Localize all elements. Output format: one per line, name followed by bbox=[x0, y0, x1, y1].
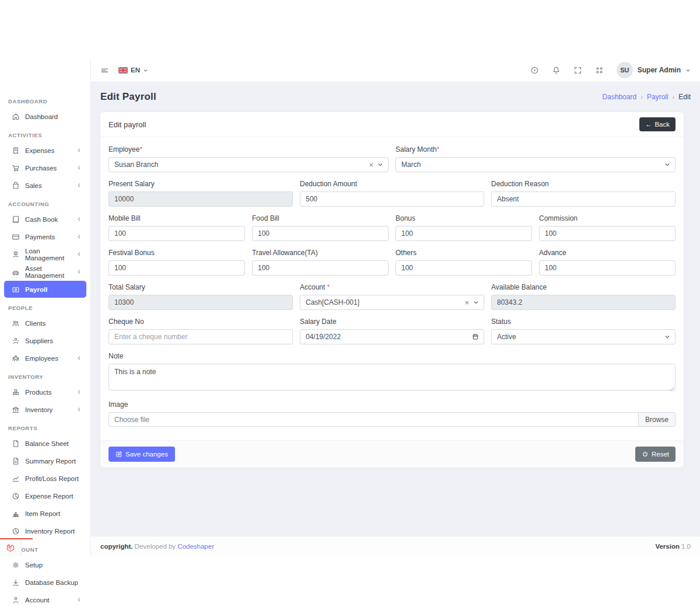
food-bill-label: Food Bill bbox=[252, 214, 388, 222]
commission-input[interactable] bbox=[539, 226, 676, 241]
employee-select[interactable]: Susan Branch× bbox=[108, 157, 388, 172]
fullscreen-icon[interactable] bbox=[573, 66, 582, 75]
sidebar-item-label: Clients bbox=[25, 320, 46, 327]
sidebar-item-summary-report[interactable]: Summary Report bbox=[4, 452, 86, 469]
bonus-input[interactable] bbox=[396, 226, 532, 241]
food-bill-input[interactable] bbox=[252, 226, 388, 241]
sidebar-item-asset-management[interactable]: Asset Management bbox=[4, 263, 86, 280]
cart-icon bbox=[12, 164, 20, 172]
sidebar-nav: DashboardDashboardActivitiesExpensesPurc… bbox=[0, 98, 90, 608]
bell-icon[interactable] bbox=[552, 66, 561, 75]
sidebar-item-suppliers[interactable]: Suppliers bbox=[4, 332, 86, 349]
browse-button[interactable]: Browse bbox=[638, 413, 675, 426]
download-icon bbox=[12, 578, 20, 587]
sidebar-item-purchases[interactable]: Purchases bbox=[4, 159, 86, 176]
clear-icon[interactable]: × bbox=[464, 299, 469, 306]
image-file-input[interactable]: Choose fileBrowse bbox=[108, 412, 676, 427]
sidebar-item-label: Database Backup bbox=[25, 579, 78, 586]
chevron-down-icon bbox=[143, 68, 148, 73]
sidebar-item-sales[interactable]: Sales bbox=[4, 177, 86, 194]
note-textarea[interactable] bbox=[108, 364, 676, 391]
sidebar-item-label: Loan Management bbox=[25, 248, 76, 262]
sidebar-item-label: Account bbox=[25, 597, 50, 604]
pie-icon bbox=[12, 492, 20, 500]
deduction-amount-label: Deduction Amount bbox=[300, 180, 484, 188]
breadcrumb-dashboard[interactable]: Dashboard bbox=[603, 93, 637, 101]
cheque-no-input[interactable] bbox=[108, 329, 293, 344]
sidebar-item-account[interactable]: Account bbox=[4, 591, 86, 608]
chevron-down-icon bbox=[664, 334, 670, 340]
sidebar-item-label: Employees bbox=[25, 355, 58, 362]
developer-link[interactable]: Codeshaper bbox=[177, 543, 214, 550]
target-icon[interactable] bbox=[530, 66, 539, 75]
main-column: EN bbox=[91, 58, 700, 556]
sidebar-item-item-report[interactable]: Item Report bbox=[4, 505, 86, 522]
sidebar-item-label: Summary Report bbox=[25, 458, 76, 465]
advance-input[interactable] bbox=[539, 260, 676, 276]
pencil-square-icon bbox=[116, 451, 123, 458]
content-area: Edit Payroll Dashboard › Payroll › Edit … bbox=[91, 82, 700, 536]
deduction-reason-input[interactable] bbox=[491, 191, 676, 207]
reset-button[interactable]: Reset bbox=[635, 447, 676, 462]
sidebar-item-products[interactable]: Products bbox=[4, 384, 86, 400]
sidebar-item-cash-book[interactable]: Cash Book bbox=[4, 211, 86, 228]
sidebar-item-database-backup[interactable]: Database Backup bbox=[4, 574, 86, 591]
sidebar-item-profit-loss-report[interactable]: Profit/Loss Report bbox=[4, 470, 86, 487]
clear-icon[interactable]: × bbox=[369, 161, 373, 169]
deduction-amount-input[interactable] bbox=[300, 191, 484, 207]
travel-allowance-input[interactable] bbox=[252, 260, 388, 276]
apps-grid-icon[interactable] bbox=[595, 66, 604, 75]
arrow-left-icon: ← bbox=[645, 121, 652, 128]
chevron-left-icon bbox=[76, 183, 82, 188]
sidebar-section-label: Activities bbox=[0, 132, 90, 138]
salary-month-select[interactable]: March bbox=[396, 157, 676, 172]
sidebar-item-loan-management[interactable]: Loan Management bbox=[4, 246, 86, 263]
festival-bonus-input[interactable] bbox=[108, 260, 245, 276]
sidebar-item-dashboard[interactable]: Dashboard bbox=[4, 108, 86, 125]
sidebar-item-employees[interactable]: Employees bbox=[4, 350, 86, 367]
coin-icon bbox=[12, 250, 20, 259]
user-menu[interactable]: SU Super Admin bbox=[617, 62, 691, 78]
laravel-debugbar-icon[interactable] bbox=[0, 539, 22, 556]
menu-toggle-icon[interactable] bbox=[100, 66, 109, 75]
account-select[interactable]: Cash[CASH-001]× bbox=[300, 295, 484, 310]
save-changes-button[interactable]: Save changes bbox=[108, 447, 175, 462]
avatar: SU bbox=[617, 62, 633, 78]
edit-payroll-card: Edit payroll ← Back Employee*Susan Branc… bbox=[100, 112, 684, 468]
wallet-icon bbox=[12, 285, 20, 294]
version-value: 1.0 bbox=[681, 543, 691, 550]
pie-icon bbox=[12, 527, 20, 535]
present-salary-label: Present Salary bbox=[108, 180, 293, 188]
deduction-reason-label: Deduction Reason bbox=[491, 180, 676, 188]
salary-date-input[interactable]: 04/19/2022 bbox=[300, 329, 484, 344]
sidebar-item-inventory[interactable]: Inventory bbox=[4, 401, 86, 418]
sidebar-item-clients[interactable]: Clients bbox=[4, 315, 86, 332]
mobile-bill-input[interactable] bbox=[108, 226, 245, 241]
sidebar-item-payments[interactable]: Payments bbox=[4, 228, 86, 245]
developed-by-text: Developed by bbox=[135, 543, 176, 550]
required-asterisk: * bbox=[437, 145, 440, 154]
sidebar-section-label: People bbox=[0, 305, 90, 311]
chevron-left-icon bbox=[76, 148, 82, 153]
chevron-down-icon bbox=[473, 299, 479, 305]
sidebar-item-balance-sheet[interactable]: Balance Sheet bbox=[4, 435, 86, 452]
language-selector[interactable]: EN bbox=[118, 67, 148, 74]
book-icon bbox=[12, 215, 20, 224]
sidebar-item-label: Item Report bbox=[25, 510, 60, 517]
sidebar-item-inventory-report[interactable]: Inventory Report bbox=[4, 522, 86, 539]
debugbar[interactable] bbox=[0, 538, 22, 556]
uk-flag-icon bbox=[118, 67, 128, 74]
back-button[interactable]: ← Back bbox=[639, 117, 676, 131]
sidebar-item-expense-report[interactable]: Expense Report bbox=[4, 487, 86, 504]
required-asterisk: * bbox=[139, 145, 142, 154]
present-salary-input bbox=[108, 191, 293, 207]
calendar-icon[interactable] bbox=[472, 333, 479, 340]
breadcrumb-payroll[interactable]: Payroll bbox=[647, 93, 668, 101]
status-select[interactable]: Active bbox=[491, 329, 676, 344]
sidebar-section-label: Reports bbox=[0, 425, 90, 431]
resize-grip[interactable] bbox=[670, 386, 674, 391]
sidebar-item-setup[interactable]: Setup bbox=[4, 556, 86, 573]
others-input[interactable] bbox=[396, 260, 532, 276]
sidebar-item-expenses[interactable]: Expenses bbox=[4, 142, 86, 159]
sidebar-item-payroll[interactable]: Payroll bbox=[4, 281, 86, 298]
